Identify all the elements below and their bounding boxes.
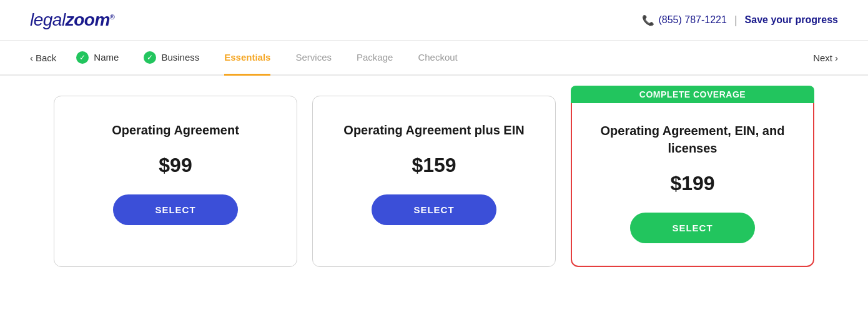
chevron-right-icon: › xyxy=(835,53,838,63)
card-1-price: $99 xyxy=(159,154,192,177)
card-2-select-button[interactable]: SELECT xyxy=(372,194,496,225)
nav-step-essentials[interactable]: Essentials xyxy=(224,41,270,76)
check-icon-business: ✓ xyxy=(144,51,156,64)
card-complete-coverage: COMPLETE COVERAGE Operating Agreement, E… xyxy=(571,96,814,267)
card-1-select-button[interactable]: SELECT xyxy=(113,194,238,225)
nav-steps: ✓ Name ✓ Business Essentials Services Pa… xyxy=(76,40,813,76)
next-button[interactable]: Next › xyxy=(813,53,838,63)
card-2-title: Operating Agreement plus EIN xyxy=(343,121,524,139)
nav-step-business[interactable]: ✓ Business xyxy=(144,40,199,77)
nav-step-checkout[interactable]: Checkout xyxy=(418,41,457,76)
nav-step-checkout-label: Checkout xyxy=(418,52,457,63)
logo: legalzoom® xyxy=(30,10,114,30)
nav-step-name[interactable]: ✓ Name xyxy=(76,40,119,77)
card-operating-agreement-ein: Operating Agreement plus EIN $159 SELECT xyxy=(312,96,556,267)
phone-icon: 📞 xyxy=(642,14,654,26)
nav-step-business-label: Business xyxy=(161,52,199,63)
logo-legal: legalzoom® xyxy=(30,10,114,29)
nav-step-package[interactable]: Package xyxy=(357,41,393,76)
cards-container: Operating Agreement $99 SELECT Operating… xyxy=(30,96,838,267)
nav-step-essentials-label: Essentials xyxy=(224,52,270,63)
card-3-price: $199 xyxy=(670,172,714,195)
card-3-select-button[interactable]: SELECT xyxy=(630,213,755,243)
header-right: 📞 (855) 787-1221 | Save your progress xyxy=(642,14,838,27)
back-button[interactable]: ‹ Back xyxy=(30,53,56,63)
check-icon-name: ✓ xyxy=(76,51,89,64)
nav-bar: ‹ Back ✓ Name ✓ Business Essentials Serv… xyxy=(0,41,868,76)
card-2-price: $159 xyxy=(412,154,456,177)
header-separator: | xyxy=(734,14,737,27)
header: legalzoom® 📞 (855) 787-1221 | Save your … xyxy=(0,0,868,41)
card-operating-agreement: Operating Agreement $99 SELECT xyxy=(54,96,297,267)
card-1-title: Operating Agreement xyxy=(112,121,239,139)
back-label: Back xyxy=(36,53,56,63)
nav-step-package-label: Package xyxy=(357,52,393,63)
phone-number: (855) 787-1221 xyxy=(658,14,726,26)
save-progress-link[interactable]: Save your progress xyxy=(745,14,838,26)
next-label: Next xyxy=(813,53,832,63)
complete-coverage-badge: COMPLETE COVERAGE xyxy=(571,86,814,103)
nav-step-name-label: Name xyxy=(94,52,119,63)
main-content: Operating Agreement $99 SELECT Operating… xyxy=(0,76,868,287)
phone-link[interactable]: 📞 (855) 787-1221 xyxy=(642,14,726,26)
nav-step-services[interactable]: Services xyxy=(295,41,332,76)
nav-step-services-label: Services xyxy=(295,52,332,63)
logo-trademark: ® xyxy=(110,13,115,21)
card-3-title: Operating Agreement, EIN, and licenses xyxy=(592,122,793,157)
chevron-left-icon: ‹ xyxy=(30,53,33,63)
